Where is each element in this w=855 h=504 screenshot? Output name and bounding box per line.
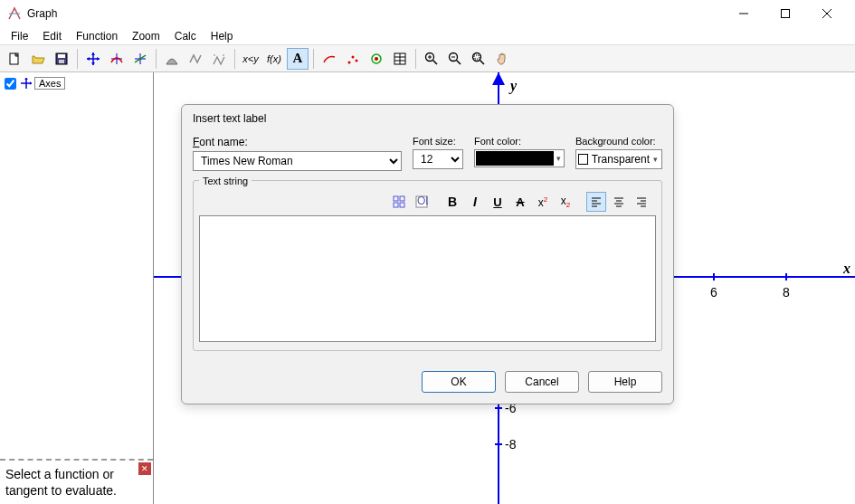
menu-edit[interactable]: Edit [35, 28, 69, 44]
subscript-button[interactable]: x2 [556, 192, 575, 212]
y-axis-label: y [510, 78, 517, 94]
tree-item-axes[interactable]: Axes [4, 76, 149, 90]
svg-rect-35 [474, 55, 480, 59]
font-name-select[interactable]: Times New Roman [193, 151, 402, 171]
table-button[interactable] [389, 48, 411, 70]
insert-point-series-button[interactable] [318, 48, 340, 70]
chevron-down-icon: ▾ [653, 155, 660, 164]
menu-help[interactable]: Help [204, 28, 241, 44]
fx-button[interactable]: f(x) [263, 48, 285, 70]
evaluate-panel: ✕ Select a function or tangent to evalua… [0, 459, 153, 504]
minimize-button[interactable] [723, 0, 765, 27]
insert-relation-button[interactable]: x<y [240, 48, 261, 70]
bold-button[interactable]: B [442, 192, 462, 212]
help-button[interactable]: Help [588, 371, 662, 393]
cancel-button[interactable]: Cancel [505, 371, 579, 393]
svg-rect-7 [59, 60, 64, 63]
text-string-label: Text string [199, 176, 252, 186]
x-tick-mark [713, 273, 715, 281]
animate-button[interactable] [366, 48, 387, 70]
underline-button[interactable]: U [488, 192, 508, 212]
bg-color-value: Transparent [592, 153, 650, 166]
toolbar: x<y f(x) A [0, 45, 855, 72]
insert-text-label-dialog: Insert text label Font name: Times New R… [181, 104, 674, 404]
svg-point-17 [348, 61, 351, 63]
text-string-input[interactable] [199, 215, 656, 342]
font-name-label: Font name: [193, 136, 402, 148]
dialog-title: Insert text label [182, 105, 673, 132]
align-right-button[interactable] [632, 192, 651, 212]
function-tree[interactable]: Axes [0, 72, 153, 459]
axes-icon [20, 77, 33, 90]
svg-line-27 [433, 60, 438, 64]
y-tick-mark [495, 443, 502, 445]
insert-shading-button[interactable] [161, 48, 183, 70]
insert-function-button[interactable] [106, 48, 128, 70]
save-file-button[interactable] [51, 48, 72, 70]
zoom-out-button[interactable] [444, 48, 466, 70]
zoom-in-button[interactable] [421, 48, 442, 70]
special-char-button[interactable] [389, 192, 409, 212]
menu-calc[interactable]: Calc [167, 28, 204, 44]
insert-series-button[interactable] [208, 48, 230, 70]
menu-function[interactable]: Function [69, 28, 125, 44]
window-titlebar: Graph [0, 0, 855, 27]
menu-zoom[interactable]: Zoom [125, 28, 167, 44]
pan-button[interactable] [491, 48, 513, 70]
x-tick-label: 6 [710, 285, 717, 300]
open-file-button[interactable] [27, 48, 49, 70]
font-size-label: Font size: [413, 136, 463, 147]
superscript-button[interactable]: x2 [533, 192, 553, 212]
panel-close-button[interactable]: ✕ [138, 462, 151, 475]
zoom-window-button[interactable] [468, 48, 489, 70]
svg-rect-1 [782, 10, 790, 18]
svg-point-19 [356, 59, 358, 62]
svg-line-31 [457, 60, 461, 64]
y-tick-label: -8 [505, 437, 516, 452]
insert-derivative-button[interactable] [185, 48, 206, 70]
maximize-button[interactable] [765, 0, 806, 27]
axes-checkbox[interactable] [5, 78, 16, 90]
strikethrough-button[interactable]: A [510, 192, 530, 212]
svg-point-18 [352, 55, 355, 58]
axes-label: Axes [34, 77, 65, 90]
insert-tangent-button[interactable] [129, 48, 151, 70]
menubar: File Edit Function Zoom Calc Help [0, 27, 855, 45]
font-color-swatch [476, 151, 554, 166]
status-message: Select a function or tangent to evaluate… [5, 466, 147, 499]
chevron-down-icon: ▾ [556, 154, 563, 163]
y-tick-mark [495, 407, 502, 409]
y-axis-arrow-icon [492, 72, 505, 85]
app-icon [7, 6, 22, 21]
svg-rect-39 [400, 196, 404, 201]
insert-trendline-button[interactable] [342, 48, 364, 70]
bg-color-select[interactable]: Transparent ▾ [575, 149, 662, 169]
rich-text-toolbar: OLE B I U A x2 x2 [199, 192, 656, 212]
move-system-button[interactable] [82, 48, 104, 70]
insert-label-button[interactable]: A [287, 48, 309, 70]
window-title: Graph [27, 7, 723, 20]
text-string-group: Text string OLE B I U A x2 x2 [193, 180, 662, 351]
x-tick-label: 8 [783, 285, 790, 300]
close-button[interactable] [806, 0, 848, 27]
svg-rect-38 [394, 196, 398, 201]
new-file-button[interactable] [4, 48, 25, 70]
bg-color-label: Background color: [575, 136, 662, 147]
svg-rect-40 [394, 203, 398, 207]
svg-text:OLE: OLE [417, 195, 428, 207]
svg-rect-6 [58, 54, 65, 58]
font-size-select[interactable]: 12 [413, 149, 463, 169]
svg-line-34 [480, 60, 485, 64]
sidebar: Axes ✕ Select a function or tangent to e… [0, 72, 154, 504]
align-left-button[interactable] [586, 192, 606, 212]
italic-button[interactable]: I [465, 192, 485, 212]
x-tick-mark [785, 273, 787, 281]
menu-file[interactable]: File [4, 28, 35, 44]
font-color-label: Font color: [474, 136, 565, 147]
ole-object-button[interactable]: OLE [412, 192, 432, 212]
align-center-button[interactable] [609, 192, 629, 212]
svg-rect-41 [400, 203, 404, 207]
ok-button[interactable]: OK [422, 371, 496, 393]
font-color-select[interactable]: ▾ [474, 149, 565, 167]
x-axis-label: x [843, 261, 850, 277]
